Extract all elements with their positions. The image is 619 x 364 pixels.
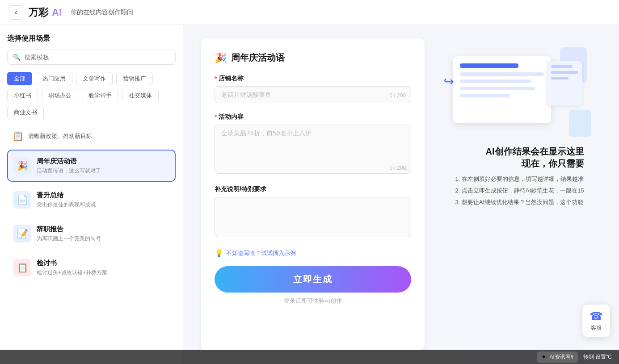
ai-arrow-icon: ↩ xyxy=(444,74,454,89)
field-extra-notes: 补充说明/特别要求 xyxy=(215,185,411,239)
ai-step-2: 2. 点击立即生成按钮，静待AI妙笔生花，一般在15 xyxy=(455,187,584,195)
list-item-info-anniversary: 周年庆活动语 活动宣传语，这么写就对了 xyxy=(37,157,101,175)
sidebar: 选择使用场景 🔍 全部 热门应用 文章写作 营销推广 小红书 职场办公 教学帮手… xyxy=(0,25,183,364)
label-text-activity-content: 活动内容 xyxy=(219,113,244,121)
tag-teaching[interactable]: 教学帮手 xyxy=(82,89,118,102)
tag-xiaohongshu[interactable]: 小红书 xyxy=(7,89,38,102)
shop-name-input[interactable] xyxy=(215,86,411,103)
form-header-icon: 🎉 xyxy=(215,52,227,64)
list-item-title-anniversary: 周年庆活动语 xyxy=(37,157,101,166)
logo-main: 万彩 xyxy=(29,6,48,19)
ai-step-3: 3. 想要让AI继续优化结果？当然没问题，这个功能 xyxy=(455,198,584,206)
list-item-info-review: 检讨书 检讨过失+诚恩认错+补救方案 xyxy=(37,259,107,276)
list-item-review[interactable]: 📋 检讨书 检讨过失+诚恩认错+补救方案 xyxy=(7,251,176,284)
search-box: 🔍 xyxy=(7,50,176,65)
tag-office[interactable]: 职场办公 xyxy=(42,89,78,102)
list-item-desc-anniversary: 活动宣传语，这么写就对了 xyxy=(37,167,101,175)
back-icon: ‹ xyxy=(15,8,17,17)
search-input[interactable] xyxy=(24,54,170,61)
tag-business[interactable]: 商业文书 xyxy=(7,106,44,119)
main-layout: 选择使用场景 🔍 全部 热门应用 文章写作 营销推广 小红书 职场办公 教学帮手… xyxy=(0,25,619,364)
hint-row: 💡 不知道写啥？试试插入示例 xyxy=(215,249,411,257)
watermark-text: AI资讯网/i xyxy=(549,353,573,361)
list-item-info-resignation: 辞职报告 为离职画上一个完美的句号 xyxy=(37,225,101,243)
shop-name-char-count: 0 / 200 xyxy=(389,92,406,99)
extra-notes-textarea[interactable] xyxy=(215,197,411,237)
list-item-title-promotion: 晋升总结 xyxy=(37,191,96,200)
customer-service-label: 客服 xyxy=(591,324,602,332)
list-item-icon-review: 📋 xyxy=(13,259,31,276)
activity-content-textarea[interactable] xyxy=(215,125,411,174)
header-subtitle: 你的在线内容创作顾问 xyxy=(71,8,133,17)
watermark-icon: ✦ xyxy=(541,353,547,360)
bottom-bar-action: 转到 设置"C xyxy=(583,353,612,361)
bottom-bar: ✦ AI资讯网/i 转到 设置"C xyxy=(0,350,619,364)
featured-item[interactable]: 📋 清晰新政策、推动新目标 xyxy=(7,126,176,146)
label-text-shop-name: 店铺名称 xyxy=(219,75,244,83)
logo-ai: AI xyxy=(52,7,62,18)
form-panel: 🎉 周年庆活动语 * 店铺名称 0 / 200 * 活动内容 xyxy=(201,38,425,351)
list-item-desc-resignation: 为离职画上一个完美的句号 xyxy=(37,235,101,243)
generate-hint: 登录后即可体验AI创作 xyxy=(215,297,411,305)
field-activity-content: * 活动内容 0 / 200 ⤡ xyxy=(215,113,411,176)
list-item-title-review: 检讨书 xyxy=(37,259,107,268)
list-item-title-resignation: 辞职报告 xyxy=(37,225,101,234)
form-title: 周年庆活动语 xyxy=(231,52,285,64)
tag-social[interactable]: 社交媒体 xyxy=(122,89,159,102)
field-label-shop-name: * 店铺名称 xyxy=(215,75,411,83)
ai-step-1: 1. 在左侧填好必要的信息，填写越详细，结果越准 xyxy=(455,175,584,183)
required-mark-2: * xyxy=(215,113,217,121)
illus-bg-2 xyxy=(569,110,591,137)
ai-steps-list: 1. 在左侧填好必要的信息，填写越详细，结果越准 2. 点击立即生成按钮，静待A… xyxy=(455,175,584,206)
ai-description: AI创作结果会在显示这里 现在，你只需要 1. 在左侧填好必要的信息，填写越详细… xyxy=(455,146,584,210)
ai-desc-header: AI创作结果会在显示这里 现在，你只需要 xyxy=(455,146,584,170)
ai-desc-title-line2: 现在，你只需要 xyxy=(455,158,584,170)
field-label-extra-notes: 补充说明/特别要求 xyxy=(215,185,411,193)
ai-desc-title-line1: AI创作结果会在显示这里 xyxy=(455,146,584,158)
required-mark: * xyxy=(215,75,217,82)
illus-small-card xyxy=(547,61,582,105)
field-input-wrap-activity-content: 0 / 200 ⤡ xyxy=(215,125,411,176)
list-item-icon-resignation: 📝 xyxy=(13,225,31,243)
tag-all[interactable]: 全部 xyxy=(7,72,32,85)
content-area: 🎉 周年庆活动语 * 店铺名称 0 / 200 * 活动内容 xyxy=(183,25,619,364)
search-icon: 🔍 xyxy=(13,54,21,61)
category-tags: 全部 热门应用 文章写作 营销推广 小红书 职场办公 教学帮手 社交媒体 商业文… xyxy=(7,72,176,119)
back-button[interactable]: ‹ xyxy=(9,5,23,20)
label-text-extra-notes: 补充说明/特别要求 xyxy=(215,185,266,193)
generate-button[interactable]: 立即生成 xyxy=(215,266,411,293)
sidebar-title: 选择使用场景 xyxy=(7,34,176,43)
illustration: ↩ xyxy=(448,47,591,137)
logo-area: 万彩 AI xyxy=(29,6,62,19)
app-header: ‹ 万彩 AI 你的在线内容创作顾问 xyxy=(0,0,619,25)
list-item-icon-anniversary: 🎉 xyxy=(13,157,31,175)
tag-marketing[interactable]: 营销推广 xyxy=(116,72,153,85)
hint-text[interactable]: 不知道写啥？试试插入示例 xyxy=(226,249,296,257)
list-item-anniversary[interactable]: 🎉 周年庆活动语 活动宣传语，这么写就对了 xyxy=(7,150,176,182)
right-panel: ↩ AI创作结果会在显示这里 现在，你只需要 1. 在左侧填好必要的信息，填写越… xyxy=(438,38,601,351)
list-item-desc-review: 检讨过失+诚恩认错+补救方案 xyxy=(37,269,107,276)
list-item-desc-promotion: 突出你最佳的表现和成就 xyxy=(37,201,96,209)
resize-handle[interactable]: ⤡ xyxy=(402,165,408,172)
field-shop-name: * 店铺名称 0 / 200 xyxy=(215,75,411,103)
customer-service[interactable]: ☎ 客服 xyxy=(582,305,610,337)
watermark-badge: ✦ AI资讯网/i xyxy=(537,351,577,363)
customer-service-icon: ☎ xyxy=(590,310,603,322)
list-item-promotion[interactable]: 📄 晋升总结 突出你最佳的表现和成就 xyxy=(7,184,176,216)
illus-main-card xyxy=(453,56,551,123)
field-label-activity-content: * 活动内容 xyxy=(215,113,411,121)
field-input-wrap-shop-name: 0 / 200 xyxy=(215,86,411,103)
list-item-resignation[interactable]: 📝 辞职报告 为离职画上一个完美的句号 xyxy=(7,218,176,250)
list-item-icon-promotion: 📄 xyxy=(13,191,31,209)
hint-icon: 💡 xyxy=(215,249,223,257)
featured-icon: 📋 xyxy=(13,131,24,142)
form-header: 🎉 周年庆活动语 xyxy=(215,52,411,64)
tag-hot[interactable]: 热门应用 xyxy=(36,72,72,85)
field-input-wrap-extra-notes xyxy=(215,197,411,239)
list-item-info-promotion: 晋升总结 突出你最佳的表现和成就 xyxy=(37,191,96,209)
tag-article[interactable]: 文章写作 xyxy=(76,72,113,85)
featured-text: 清晰新政策、推动新目标 xyxy=(28,132,92,140)
